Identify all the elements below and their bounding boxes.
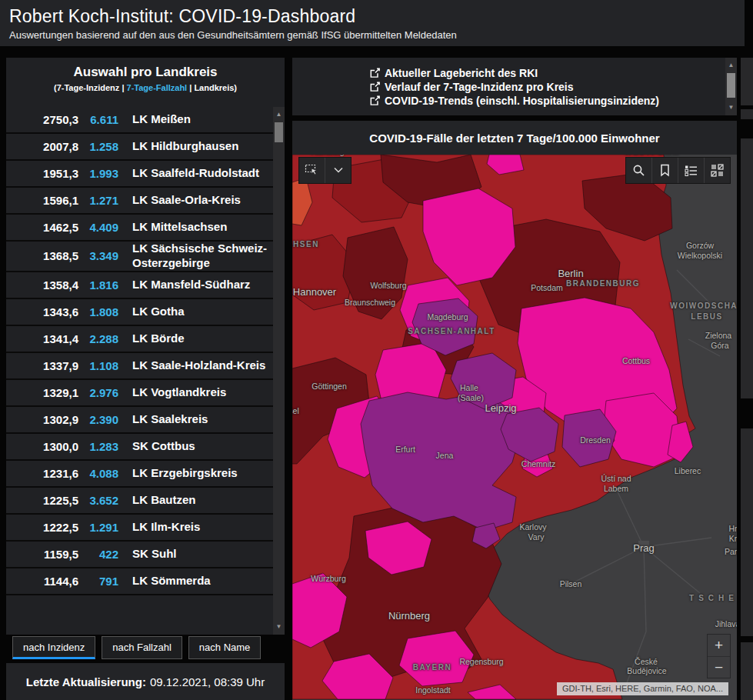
list-item[interactable]: 1300,0 1.283 SK Cottbus [6,434,285,461]
scrollbar-thumb[interactable] [275,122,283,142]
external-link[interactable]: COVID-19-Trends (einschl. Hospitalisieru… [370,94,659,108]
map-city-label: Góra [711,341,728,350]
cases-value: 3.349 [78,249,118,262]
bookmark-button[interactable] [652,158,678,183]
external-link-label: COVID-19-Trends (einschl. Hospitalisieru… [385,94,659,108]
incidence-value: 2007,8 [14,140,78,153]
subtitle-prefix: (7-Tage-Inzidenz | [54,83,127,92]
list-item[interactable]: 1462,5 4.409 LK Mittelsachsen [6,215,285,242]
map-city-label: České [635,657,658,666]
incidence-value: 1341,4 [14,332,78,345]
tab-nach-name[interactable]: nach Name [188,636,261,659]
zoom-out-button[interactable]: − [708,657,730,678]
district-name: LK Saale-Holzland-Kreis [132,358,269,373]
map-region-label: WESTPOMM [625,155,680,156]
list-item[interactable]: 1951,3 1.993 LK Saalfeld-Rudolstadt [6,161,285,188]
cutoff-panel-strip [741,642,753,700]
external-link[interactable]: Aktueller Lagebericht des RKI [370,66,659,80]
list-item[interactable]: 1302,9 2.390 LK Saalekreis [6,407,285,434]
incidence-value: 1144,6 [14,575,78,588]
legend-button[interactable] [678,158,705,183]
choropleth-map[interactable]: HamburgWESTPOMMHSENHannoverWolfsburgBrau… [292,155,737,700]
scroll-down-icon[interactable]: ▼ [725,102,737,114]
list-item[interactable]: 1144,6 791 LK Sömmerda [6,568,285,595]
sort-tabs: nach Inzidenz nach Fallzahl nach Name [12,636,261,659]
links-scrollbar[interactable]: ▲ ▼ [725,58,737,115]
incidence-value: 1951,3 [14,167,78,180]
list-item[interactable]: 1596,1 1.271 LK Saale-Orla-Kreis [6,188,285,215]
map-region-label: WOIWODSCHAF [670,302,737,310]
district-name: LK Bautzen [132,493,269,508]
incidence-value: 1300,0 [14,440,78,453]
cases-value: 1.816 [78,278,118,292]
list-scrollbar[interactable]: ▲ ▼ [273,107,285,635]
map-region-label: BAYERN [413,663,451,672]
select-tool-dropdown[interactable] [325,158,351,183]
map-attribution[interactable]: GDI-TH, Esri, HERE, Garmin, FAO, NOA... [557,682,728,695]
list-item[interactable]: 1341,4 2.288 LK Börde [6,326,285,353]
page-title: Robert Koch-Institut: COVID-19-Dashboard [9,6,732,27]
scroll-down-icon[interactable]: ▼ [273,621,285,633]
map-city-label: Halle [460,383,478,392]
list-item[interactable]: 1358,4 1.816 LK Mansfeld-Südharz [6,272,285,299]
map-city-label: Kr [729,534,737,543]
map-panel: COVID-19-Fälle der letzten 7 Tage/100.00… [292,121,737,700]
list-item[interactable]: 1343,6 1.808 LK Gotha [6,299,285,326]
scroll-up-icon[interactable]: ▲ [725,59,737,72]
list-item[interactable]: 1329,1 2.976 LK Vogtlandkreis [6,380,285,407]
map-city-label: Karlovy [519,522,546,532]
incidence-value: 1225,5 [14,494,78,507]
map-region-label: SACHSEN-ANHALT [408,327,495,335]
basemap-grid-icon [711,164,724,177]
list-item[interactable]: 1337,9 1.108 LK Saale-Holzland-Kreis [6,353,285,380]
district-name: SK Cottbus [132,439,269,454]
external-link[interactable]: Verlauf der 7-Tage-Inzidenz pro Kreis [370,80,659,94]
legend-list-icon [685,165,698,177]
cutoff-panel-strip [741,109,753,119]
list-item[interactable]: 2750,3 6.611 LK Meißen [6,107,285,134]
select-tool-button[interactable] [299,158,325,183]
search-button[interactable] [626,158,652,183]
map-city-label: Vary [528,532,545,542]
district-name: LK Sächsische Schweiz-Osterzgebirge [132,242,269,271]
list-item[interactable]: 1368,5 3.349 LK Sächsische Schweiz-Oster… [6,242,285,272]
zoom-in-button[interactable]: + [708,635,730,657]
list-item[interactable]: 1159,5 422 SK Suhl [6,542,285,568]
map-canvas[interactable] [292,155,737,700]
map-city-label: Labem [604,484,628,493]
list-item[interactable]: 1225,5 3.652 LK Bautzen [6,488,285,515]
scrollbar-thumb[interactable] [727,73,735,98]
list-item[interactable]: 1222,5 1.291 LK Ilm-Kreis [6,515,285,542]
cases-value: 1.258 [78,140,118,153]
cases-value: 1.291 [78,521,118,534]
scroll-up-icon[interactable]: ▲ [273,108,285,121]
tab-nach-fallzahl[interactable]: nach Fallzahl [102,636,182,659]
external-link-icon [370,95,380,105]
list-item[interactable]: 1231,6 4.088 LK Erzgebirgskreis [6,461,285,488]
district-name: LK Mittelsachsen [132,220,269,235]
district-name: LK Börde [132,332,269,346]
cases-value: 4.409 [78,221,118,234]
cases-value: 2.288 [78,332,118,345]
map-city-label: Hr [728,524,737,533]
cases-value: 3.652 [78,494,118,507]
incidence-value: 1302,9 [14,413,78,426]
tab-nach-inzidenz[interactable]: nach Inzidenz [12,636,95,659]
district-name: LK Saalekreis [132,412,269,427]
map-region-label: LEBUS [691,312,722,321]
incidence-value: 1329,1 [14,386,78,399]
district-name: LK Saalfeld-Rudolstadt [132,166,269,181]
map-city-label: Magdeburg [427,312,468,322]
incidence-value: 1462,5 [14,221,78,234]
district-name: SK Suhl [132,547,269,562]
basemap-button[interactable] [705,158,730,183]
app-header: Robert Koch-Institut: COVID-19-Dashboard… [0,0,745,46]
map-city-label: Liberec [675,466,701,475]
district-name: LK Gotha [132,305,269,319]
subtitle-highlight: 7-Tage-Fallzahl [127,83,188,92]
panel-title: Auswahl pro Landkreis [6,65,285,80]
list-item[interactable]: 2007,8 1.258 LK Hildburghausen [6,134,285,161]
map-city-label: (Saale) [458,393,484,402]
district-list: 2750,3 6.611 LK Meißen 2007,8 1.258 LK H… [6,107,285,635]
cases-value: 1.108 [78,359,118,372]
